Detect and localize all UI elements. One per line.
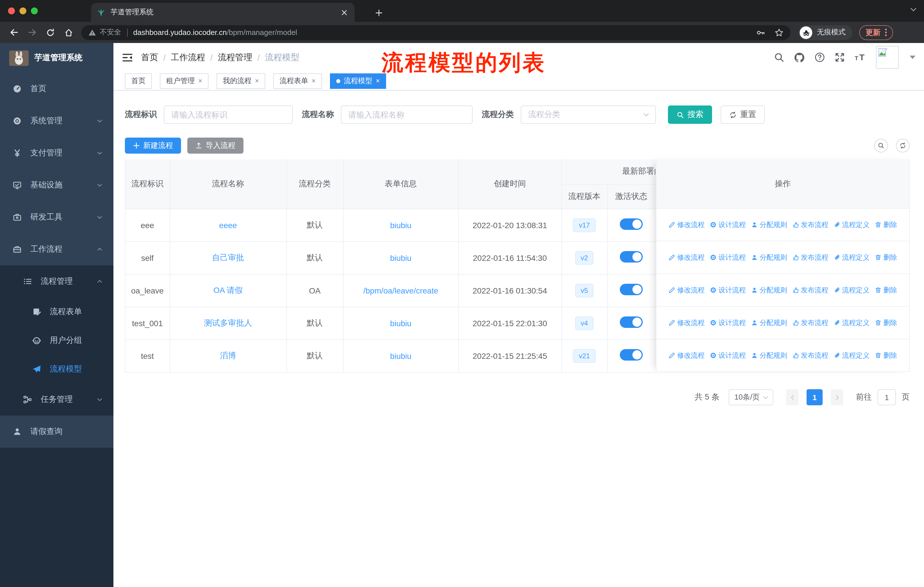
new-tab-button[interactable] [371,5,386,20]
zoom-window-button[interactable] [31,7,38,14]
action-assign-user-link[interactable]: 分配规则 [751,351,787,360]
action-definition-link[interactable]: 流程定义 [833,285,870,295]
sidebar-item-dev-tools[interactable]: 研发工具 [0,201,114,233]
action-design-link[interactable]: 设计流程 [710,253,746,262]
active-toggle[interactable] [620,284,643,295]
home-icon[interactable] [61,25,76,40]
browser-tab[interactable]: 芋道管理系统 [91,3,355,22]
action-publish-link[interactable]: 发布流程 [792,285,828,295]
action-design-link[interactable]: 设计流程 [710,220,746,230]
action-publish-link[interactable]: 发布流程 [792,351,828,360]
github-icon[interactable] [794,52,805,63]
action-definition-link[interactable]: 流程定义 [833,318,870,327]
sidebar-collapse-icon[interactable] [122,52,133,63]
create-process-button[interactable]: 新建流程 [125,137,181,154]
active-toggle[interactable] [620,218,643,230]
cell-form-info-link[interactable]: biubiu [390,253,412,262]
action-edit-link[interactable]: 修改流程 [668,220,705,230]
cell-process-name-link[interactable]: 滔博 [220,351,236,360]
tag-close-icon[interactable]: × [376,77,380,85]
cell-process-name-link[interactable]: eeee [219,220,237,230]
active-toggle[interactable] [620,349,643,360]
toggle-search-button[interactable] [874,139,888,152]
sidebar-item-process-form[interactable]: 流程表单 [0,298,114,326]
action-edit-link[interactable]: 修改流程 [668,285,705,295]
app-logo[interactable]: 芋道管理系统 [0,43,114,73]
update-button[interactable]: 更新 [859,25,893,40]
tag-0[interactable]: 首页 [125,73,152,89]
breadcrumb-item-1[interactable]: 工作流程 [171,52,205,63]
cell-process-name-link[interactable]: 自己审批 [212,253,244,262]
sidebar-item-task-manage[interactable]: 任务管理 [0,384,114,416]
forward-icon[interactable] [25,25,40,40]
action-assign-user-link[interactable]: 分配规则 [751,253,787,262]
action-delete-link[interactable]: 删除 [875,253,897,262]
action-delete-link[interactable]: 删除 [875,351,897,360]
tag-3[interactable]: 流程表单× [273,73,322,89]
help-icon[interactable] [815,52,825,63]
tab-close-icon[interactable] [340,8,349,17]
refresh-table-button[interactable] [896,139,910,152]
cell-form-info-link[interactable]: biubiu [390,220,412,230]
action-delete-link[interactable]: 删除 [875,220,897,230]
action-publish-link[interactable]: 发布流程 [792,318,828,327]
reload-icon[interactable] [43,25,58,40]
tag-close-icon[interactable]: × [198,77,202,85]
sidebar-item-infrastructure[interactable]: 基础设施 [0,169,114,201]
action-design-link[interactable]: 设计流程 [710,318,746,327]
import-process-button[interactable]: 导入流程 [187,137,243,154]
sidebar-item-user-group[interactable]: 用户分组 [0,326,114,355]
fullscreen-icon[interactable] [835,52,845,63]
action-delete-link[interactable]: 删除 [875,285,897,295]
font-size-icon[interactable]: TT [855,52,866,63]
breadcrumb-item-0[interactable]: 首页 [141,52,158,63]
tag-close-icon[interactable]: × [312,77,316,85]
reset-button[interactable]: 重置 [721,106,765,124]
search-icon[interactable] [774,52,784,63]
prev-page-button[interactable] [786,389,799,405]
avatar[interactable] [876,46,899,69]
sidebar-item-payment[interactable]: 支付管理 [0,137,114,169]
sidebar-item-process-manage[interactable]: 流程管理 [0,265,114,298]
action-publish-link[interactable]: 发布流程 [792,220,828,230]
tag-close-icon[interactable]: × [255,77,259,85]
active-toggle[interactable] [620,316,643,328]
cell-process-name-link[interactable]: OA 请假 [213,285,243,294]
sidebar-item-leave-query[interactable]: 请假查询 [0,416,114,448]
cell-process-name-link[interactable]: 测试多审批人 [204,318,252,327]
next-page-button[interactable] [831,389,843,405]
action-design-link[interactable]: 设计流程 [710,351,746,360]
action-definition-link[interactable]: 流程定义 [833,220,870,230]
sidebar-item-workflow[interactable]: 工作流程 [0,233,114,265]
close-window-button[interactable] [8,7,15,14]
active-toggle[interactable] [620,251,643,263]
tab-search-chevron-icon[interactable] [910,6,917,13]
tag-1[interactable]: 租户管理× [160,73,208,89]
avatar-dropdown-caret-icon[interactable] [910,56,916,59]
action-assign-user-link[interactable]: 分配规则 [751,220,787,230]
cell-form-info-link[interactable]: /bpm/oa/leave/create [363,286,438,295]
action-delete-link[interactable]: 删除 [875,318,897,327]
action-edit-link[interactable]: 修改流程 [668,351,705,360]
filter-process-key-input[interactable] [164,106,293,124]
tag-2[interactable]: 我的流程× [216,73,265,89]
filter-process-name-input[interactable] [341,106,473,124]
filter-category-select[interactable]: 流程分类 [521,106,656,124]
action-assign-user-link[interactable]: 分配规则 [751,318,787,327]
search-button[interactable]: 搜索 [668,106,712,124]
cell-form-info-link[interactable]: biubiu [390,318,412,327]
minimize-window-button[interactable] [20,7,26,14]
sidebar-item-system[interactable]: 系统管理 [0,105,114,137]
action-edit-link[interactable]: 修改流程 [668,253,705,262]
sidebar-item-home[interactable]: 首页 [0,73,114,105]
page-size-select[interactable]: 10条/页 [729,389,773,405]
action-edit-link[interactable]: 修改流程 [668,318,705,327]
sidebar-item-process-model[interactable]: 流程模型 [0,355,114,384]
cell-form-info-link[interactable]: biubiu [390,351,412,360]
current-page-button[interactable]: 1 [807,389,823,405]
action-definition-link[interactable]: 流程定义 [833,351,870,360]
key-icon[interactable] [756,28,765,37]
tag-4[interactable]: 流程模型× [330,73,386,89]
action-definition-link[interactable]: 流程定义 [833,253,870,262]
security-warning-icon[interactable] [88,28,96,36]
